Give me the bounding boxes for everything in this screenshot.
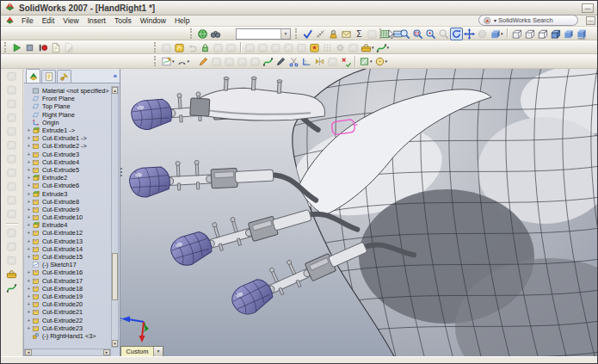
area-hatch-flyout-caret-icon[interactable]: ▾ bbox=[370, 59, 373, 64]
run-macro[interactable] bbox=[10, 41, 23, 54]
tree-expander-icon[interactable]: + bbox=[26, 207, 32, 213]
mirror[interactable] bbox=[5, 226, 18, 239]
circular-pattern[interactable] bbox=[282, 41, 295, 54]
tree-item[interactable]: +Extrude4 bbox=[26, 221, 111, 229]
scroll-up-icon[interactable]: ▲ bbox=[112, 87, 118, 94]
extruded-boss[interactable] bbox=[5, 70, 18, 83]
shaded[interactable] bbox=[562, 28, 575, 40]
configurationmanager-tab[interactable] bbox=[57, 70, 71, 83]
line[interactable] bbox=[210, 55, 223, 68]
tree-expander-icon[interactable]: + bbox=[26, 151, 32, 157]
chamfer[interactable] bbox=[256, 41, 269, 54]
menu-help[interactable]: Help bbox=[170, 16, 194, 25]
options[interactable] bbox=[334, 41, 347, 54]
tree-expander-icon[interactable]: + bbox=[26, 238, 32, 244]
circle[interactable] bbox=[236, 55, 249, 68]
tree-expander-icon[interactable]: + bbox=[26, 293, 32, 299]
tree-expander-icon[interactable]: + bbox=[26, 246, 32, 252]
command-search-combo[interactable]: ▼ bbox=[236, 28, 291, 40]
stop-macro[interactable] bbox=[23, 41, 36, 54]
3d-sketch[interactable] bbox=[197, 55, 210, 68]
minimize-button[interactable]: — bbox=[582, 3, 594, 13]
menu-view[interactable]: View bbox=[59, 16, 83, 25]
construction-circle[interactable] bbox=[373, 55, 386, 68]
tree-expander-icon[interactable]: + bbox=[26, 159, 32, 165]
tree-item[interactable]: +Cut-Extrude13 bbox=[26, 238, 111, 245]
equations[interactable]: Σ bbox=[353, 28, 366, 40]
menu-edit[interactable]: Edit bbox=[38, 16, 59, 25]
extruded-boss[interactable] bbox=[160, 41, 173, 54]
dome[interactable] bbox=[5, 240, 18, 253]
zoom-in-out[interactable] bbox=[424, 28, 437, 40]
internet-search-icon[interactable] bbox=[196, 28, 209, 40]
featuremanager-design-tree-tab[interactable] bbox=[26, 69, 40, 83]
scroll-right-icon[interactable]: ► bbox=[103, 349, 110, 355]
exit-sketch[interactable] bbox=[339, 55, 352, 68]
hidden-lines-removed[interactable] bbox=[536, 28, 549, 40]
tree-item[interactable]: +Cut-Extrude3 bbox=[26, 151, 111, 158]
linear-pattern[interactable] bbox=[269, 41, 282, 54]
tree-item[interactable]: +Cut-Extrude5 bbox=[26, 166, 111, 174]
tree-item[interactable]: Origin bbox=[26, 119, 111, 126]
menu-window[interactable]: Window bbox=[136, 16, 170, 25]
tree-expander-icon[interactable]: + bbox=[26, 143, 32, 149]
mirror-feature[interactable] bbox=[295, 41, 308, 54]
design-binder[interactable] bbox=[340, 28, 353, 40]
centerpoint-arc[interactable] bbox=[249, 55, 262, 68]
hole-wizard[interactable] bbox=[308, 41, 321, 54]
dimxpert[interactable] bbox=[347, 41, 360, 54]
sketch[interactable] bbox=[160, 55, 173, 68]
tree-item[interactable]: (-) Sketch17 bbox=[26, 261, 111, 268]
wireframe[interactable] bbox=[510, 28, 523, 40]
tree-item[interactable]: +Cut-Extrude9 bbox=[26, 206, 111, 213]
scrollbar-thumb[interactable] bbox=[112, 253, 118, 299]
zoom-to-fit[interactable] bbox=[398, 28, 411, 40]
tree-vertical-scrollbar[interactable]: ▲ ▼ bbox=[111, 86, 119, 348]
mirror-entities[interactable] bbox=[313, 55, 326, 68]
sketch-flyout-caret-icon[interactable]: ▾ bbox=[172, 59, 175, 64]
display-state-combo[interactable]: Custom ▼ bbox=[120, 346, 163, 356]
tree-expander-icon[interactable]: + bbox=[26, 167, 32, 173]
toolbox-flyout-caret-icon[interactable]: ▾ bbox=[372, 45, 374, 50]
spline-sketch[interactable] bbox=[262, 55, 274, 68]
move-entities[interactable] bbox=[326, 55, 339, 68]
tree-item[interactable]: +Cut-Extrude18 bbox=[26, 285, 111, 293]
tree-expander-icon[interactable]: + bbox=[26, 286, 32, 292]
search-caret-icon[interactable]: ▾ bbox=[494, 17, 496, 23]
tree-item[interactable]: +Cut-Extrude8 bbox=[26, 198, 111, 206]
tree-expander-icon[interactable]: + bbox=[26, 135, 32, 141]
tree-expander-icon[interactable]: + bbox=[26, 309, 32, 315]
tree-item[interactable]: +Cut-Extrude1 -> bbox=[26, 134, 111, 142]
toolbar-grip[interactable] bbox=[379, 28, 384, 39]
revolved-boss[interactable] bbox=[5, 83, 18, 96]
record-macro[interactable] bbox=[36, 41, 49, 54]
convert-entities[interactable] bbox=[300, 55, 313, 68]
tree-item[interactable]: +Cut-Extrude14 bbox=[26, 245, 111, 253]
tree-expander-icon[interactable]: + bbox=[26, 254, 32, 260]
fillet[interactable] bbox=[5, 125, 18, 138]
curve-tools[interactable] bbox=[5, 281, 18, 294]
tree-horizontal-scrollbar[interactable]: ◄ ► bbox=[24, 349, 111, 356]
tree-item[interactable]: +Cut-Extrude16 bbox=[26, 268, 111, 276]
tree-expander-icon[interactable]: + bbox=[26, 325, 32, 331]
rectangle[interactable] bbox=[223, 55, 236, 68]
standard-views[interactable] bbox=[476, 28, 489, 40]
menu-file[interactable]: File bbox=[17, 16, 38, 25]
curve-tools[interactable] bbox=[375, 41, 388, 54]
tree-item[interactable]: +Cut-Extrude15 bbox=[26, 253, 111, 261]
tree-expander-icon[interactable]: + bbox=[26, 199, 32, 205]
tree-expander-icon[interactable]: + bbox=[26, 222, 32, 228]
toolbox[interactable] bbox=[360, 41, 373, 54]
sketch-pencil[interactable] bbox=[274, 55, 287, 68]
panel-splitter-handle[interactable] bbox=[120, 168, 123, 182]
swept-boss[interactable] bbox=[5, 97, 18, 110]
tree-item[interactable]: +Cut-Extrude2 -> bbox=[26, 142, 111, 150]
search-box[interactable]: ▾ SolidWorks Search bbox=[478, 15, 578, 26]
tree-expander-icon[interactable]: + bbox=[26, 214, 32, 220]
revolved-boss[interactable] bbox=[173, 41, 186, 54]
tree-item[interactable]: +Cut-Extrude12 bbox=[26, 229, 111, 237]
shadows-in-shaded-mode[interactable] bbox=[575, 28, 588, 40]
edit-macro[interactable] bbox=[62, 41, 75, 54]
tree-item[interactable]: +Cut-Extrude19 bbox=[26, 293, 111, 300]
tree-item[interactable]: Front Plane bbox=[26, 95, 111, 102]
